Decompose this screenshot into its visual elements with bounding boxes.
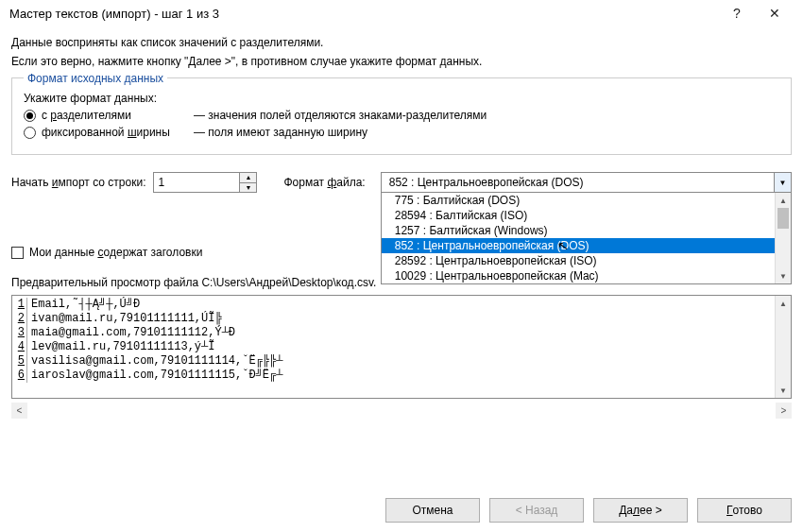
headers-checkbox-label: Мои данные содержат заголовки [29, 246, 202, 259]
titlebar: Мастер текстов (импорт) - шаг 1 из 3 ? ✕ [0, 0, 803, 26]
file-format-option[interactable]: 28594 : Балтийская (ISO) [382, 208, 775, 223]
preview-box: 1Email,˜┤┼Ą╝┼,Ú╝Đ2ivan@mail.ru,791011111… [11, 295, 792, 399]
scroll-right-icon[interactable]: > [776, 403, 792, 419]
back-button: < Назад [489, 498, 584, 523]
next-button[interactable]: Далее > [593, 498, 688, 523]
headers-checkbox[interactable] [11, 247, 24, 259]
help-button[interactable]: ? [718, 6, 756, 21]
preview-line: 4lev@mail.ru,79101111113,ý┴Ĩ [12, 340, 775, 354]
format-prompt: Укажите формат данных: [24, 92, 779, 105]
scroll-left-icon[interactable]: < [11, 403, 27, 419]
radio-delimited-label: с разделителями [42, 109, 131, 122]
scroll-up-icon[interactable]: ▲ [776, 296, 791, 311]
preview-vscrollbar[interactable]: ▲ ▼ [775, 296, 791, 398]
chevron-down-icon[interactable]: ▼ [774, 173, 791, 192]
finish-button[interactable]: Готово [697, 498, 792, 523]
file-format-option[interactable]: 1257 : Балтийская (Windows) [382, 223, 775, 238]
dropdown-scrollbar[interactable]: ▲ ▼ [775, 193, 791, 283]
start-row-spinner[interactable]: ▲ ▼ [153, 172, 257, 193]
button-bar: Отмена < Назад Далее > Готово [385, 498, 792, 523]
preview-line: 2ivan@mail.ru,79101111111,ÚĨ╠ [12, 312, 775, 326]
preview-content: 1Email,˜┤┼Ą╝┼,Ú╝Đ2ivan@mail.ru,791011111… [12, 296, 775, 398]
cancel-button[interactable]: Отмена [385, 498, 480, 523]
file-format-option[interactable]: 775 : Балтийская (DOS) [382, 193, 775, 208]
instruction-line-2: Если это верно, нажмите кнопку "Далее >"… [11, 55, 792, 68]
preview-line: 3maia@gmail.com,79101111112,Ý┴Đ [12, 326, 775, 340]
source-format-group: Формат исходных данных Укажите формат да… [11, 77, 792, 155]
spinner-up-icon[interactable]: ▲ [240, 173, 256, 183]
file-format-option[interactable]: 852 : Центральноевропейская (DOS) [382, 238, 775, 253]
close-button[interactable]: ✕ [756, 6, 794, 21]
file-format-dropdown: 775 : Балтийская (DOS)28594 : Балтийская… [381, 193, 792, 284]
scroll-down-icon[interactable]: ▼ [776, 383, 791, 398]
radio-empty-icon [24, 127, 36, 139]
radio-fixed[interactable]: фиксированной ширины [24, 126, 194, 139]
radio-dot-icon [24, 110, 36, 122]
file-format-option[interactable]: 10029 : Центральноевропейская (Mac) [382, 268, 775, 283]
radio-delimited[interactable]: с разделителями [24, 109, 194, 122]
dialog-content: Данные восприняты как список значений с … [0, 26, 803, 419]
preview-line: 1Email,˜┤┼Ą╝┼,Ú╝Đ [12, 298, 775, 312]
instruction-line-1: Данные восприняты как список значений с … [11, 36, 792, 49]
window-title: Мастер текстов (импорт) - шаг 1 из 3 [9, 7, 718, 21]
start-row-input[interactable] [154, 173, 239, 192]
file-format-option[interactable]: 28592 : Центральноевропейская (ISO) [382, 253, 775, 268]
file-format-selected: 852 : Центральноевропейская (DOS) [382, 176, 774, 189]
radio-delimited-desc: — значения полей отделяются знаками-разд… [194, 109, 487, 122]
scroll-thumb[interactable] [777, 208, 789, 229]
scroll-up-icon[interactable]: ▲ [776, 193, 791, 208]
radio-fixed-label: фиксированной ширины [42, 126, 170, 139]
scroll-down-icon[interactable]: ▼ [776, 268, 791, 283]
preview-line: 5vasilisa@gmail.com,79101111114,ˇË╔╠╠┴ [12, 354, 775, 369]
spinner-down-icon[interactable]: ▼ [240, 183, 256, 193]
start-row-label: Начать импорт со строки: [11, 176, 145, 189]
file-format-combo[interactable]: 852 : Центральноевропейская (DOS) ▼ [381, 172, 792, 193]
source-format-legend: Формат исходных данных [24, 72, 167, 85]
radio-fixed-desc: — поля имеют заданную ширину [194, 126, 367, 139]
preview-hscrollbar[interactable]: < > [11, 403, 792, 419]
file-format-label: Формат файла: [283, 176, 365, 189]
preview-line: 6iaroslav@gmail.com,79101111115,ˇĐ╝Ë╔┴ [12, 369, 775, 383]
